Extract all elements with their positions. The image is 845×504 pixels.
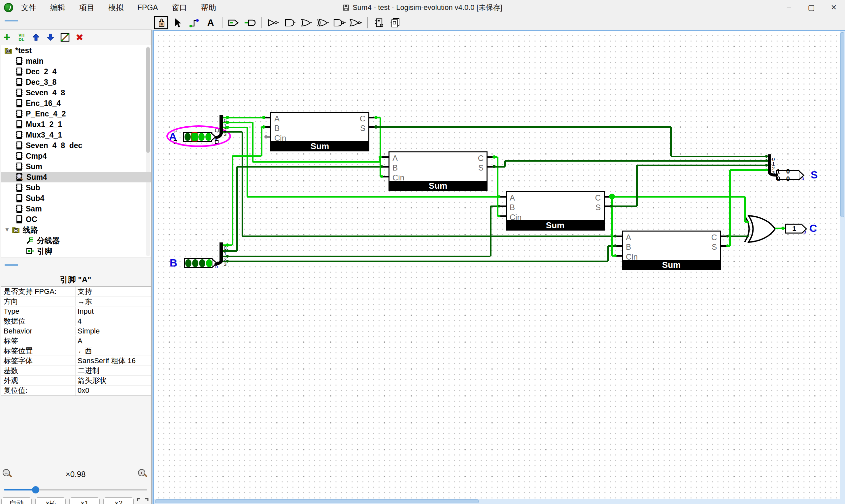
- wire-segment[interactable]: [608, 246, 609, 261]
- wire-segment[interactable]: [729, 170, 731, 246]
- vscroll-thumb[interactable]: [840, 32, 844, 217]
- poke-tool-icon[interactable]: [154, 16, 168, 29]
- splitter-s[interactable]: [768, 155, 771, 173]
- wire-segment[interactable]: [671, 156, 768, 157]
- appearance-tool-icon[interactable]: [388, 16, 403, 29]
- wire-segment[interactable]: [223, 256, 491, 257]
- menu-item[interactable]: 帮助: [198, 1, 219, 14]
- properties-tab[interactable]: [22, 262, 36, 266]
- property-row[interactable]: 标签 A: [1, 336, 151, 346]
- tree-item[interactable]: Sum4: [1, 172, 151, 182]
- splitter-b[interactable]: [219, 242, 223, 262]
- wire-segment[interactable]: [730, 169, 768, 171]
- add-vhdl-icon[interactable]: VHDL: [17, 32, 27, 43]
- wire-segment[interactable]: [636, 165, 638, 206]
- wire-segment[interactable]: [232, 155, 261, 157]
- tree-item[interactable]: ▼ 线路: [1, 224, 151, 235]
- menu-item[interactable]: 模拟: [106, 1, 126, 14]
- splitter-a[interactable]: [219, 115, 223, 134]
- hscroll-thumb[interactable]: [155, 499, 479, 503]
- wire-segment[interactable]: [261, 127, 262, 156]
- property-row[interactable]: 复位值: 0x0: [1, 385, 151, 395]
- nand-gate-tool-icon[interactable]: [332, 16, 347, 29]
- tree-item[interactable]: main: [1, 56, 151, 66]
- mode-tab[interactable]: [22, 17, 36, 21]
- move-up-icon[interactable]: [31, 32, 41, 43]
- tree-item[interactable]: Sub: [1, 182, 151, 193]
- sum-subcircuit[interactable]: A B Cin C S Sum: [270, 112, 369, 151]
- expander-icon[interactable]: ▼: [4, 227, 10, 233]
- minimize-button[interactable]: –: [778, 0, 800, 15]
- delete-icon[interactable]: ✖: [75, 32, 85, 43]
- property-row[interactable]: 标签字体 SansSerif 粗体 16: [1, 356, 151, 366]
- property-row[interactable]: 是否支持 FPGA: 支持: [1, 287, 151, 296]
- wire-segment[interactable]: [247, 127, 248, 197]
- circuit-canvas[interactable]: A B Cin C S Sum A B Cin C S Sum A: [154, 31, 840, 499]
- wire-segment[interactable]: [232, 156, 233, 245]
- sum-subcircuit[interactable]: A B Cin C S Sum: [622, 231, 721, 270]
- wire-segment[interactable]: [223, 117, 264, 119]
- tree-item[interactable]: Sub4: [1, 193, 151, 203]
- move-down-icon[interactable]: [46, 32, 55, 43]
- menu-item[interactable]: 窗口: [169, 1, 190, 14]
- tree-item[interactable]: Sam: [1, 203, 151, 214]
- wire-segment[interactable]: [242, 132, 243, 236]
- wire-segment[interactable]: [376, 126, 671, 128]
- tree-item[interactable]: Dec_3_8: [1, 77, 151, 87]
- zoom-preset-button[interactable]: ×2: [103, 498, 134, 504]
- wire-segment[interactable]: [490, 206, 492, 256]
- wire-segment[interactable]: [242, 235, 615, 237]
- tree-item[interactable]: Dec_2_4: [1, 66, 151, 77]
- menu-item[interactable]: 项目: [76, 1, 97, 14]
- and-gate-tool-icon[interactable]: [283, 16, 297, 29]
- menu-item[interactable]: FPGA: [135, 2, 161, 14]
- output-pin-tool-icon[interactable]: [243, 16, 258, 29]
- wire-segment[interactable]: [247, 196, 499, 198]
- properties-tab[interactable]: [5, 260, 18, 266]
- tree-item[interactable]: OC: [1, 214, 151, 224]
- tree-item[interactable]: 分线器: [1, 235, 151, 246]
- tree-item[interactable]: *test: [1, 45, 151, 56]
- canvas-vertical-scrollbar[interactable]: [840, 31, 845, 504]
- menu-item[interactable]: 文件: [18, 1, 39, 14]
- wire-segment[interactable]: [670, 127, 672, 156]
- wire-segment[interactable]: [504, 161, 506, 166]
- tree-item[interactable]: 引脚: [1, 246, 151, 256]
- canvas-horizontal-scrollbar[interactable]: [154, 499, 840, 504]
- binary-digit[interactable]: [185, 259, 191, 267]
- subcircuit-tool-icon[interactable]: [372, 16, 386, 29]
- edit-icon[interactable]: [60, 32, 70, 43]
- sum-subcircuit[interactable]: A B Cin C S Sum: [506, 191, 605, 231]
- zoom-in-icon[interactable]: +: [138, 469, 148, 479]
- wire-segment[interactable]: [611, 196, 745, 198]
- wire-segment[interactable]: [744, 197, 746, 222]
- property-row[interactable]: Type Input: [1, 306, 151, 316]
- xor-gate-tool-icon[interactable]: [316, 16, 330, 29]
- tree-item[interactable]: Cmp4: [1, 151, 151, 161]
- add-circuit-icon[interactable]: +: [2, 32, 12, 43]
- fit-to-window-icon[interactable]: [136, 498, 149, 504]
- tree-item[interactable]: Sum: [1, 161, 151, 172]
- tree-item[interactable]: Enc_16_4: [1, 98, 151, 109]
- not-gate-tool-icon[interactable]: [266, 16, 281, 29]
- zoom-slider[interactable]: [4, 486, 147, 493]
- zoom-out-icon[interactable]: –: [3, 469, 13, 479]
- wire-segment[interactable]: [505, 160, 768, 162]
- tree-item[interactable]: Mux3_4_1: [1, 130, 151, 140]
- wire-segment[interactable]: [236, 166, 238, 251]
- wire-segment[interactable]: [382, 156, 388, 158]
- sum-subcircuit[interactable]: A B Cin C S Sum: [388, 151, 488, 191]
- property-row[interactable]: 基数 二进制: [1, 366, 151, 376]
- text-tool-icon[interactable]: A: [203, 16, 218, 29]
- input-pin-tool-icon[interactable]: [226, 16, 241, 29]
- zoom-slider-thumb[interactable]: [32, 486, 39, 493]
- binary-digit[interactable]: [206, 259, 212, 267]
- wire-segment[interactable]: [727, 235, 749, 237]
- close-button[interactable]: ✕: [823, 0, 845, 15]
- zoom-preset-button[interactable]: ×½: [35, 498, 66, 504]
- property-row[interactable]: 数据位 4: [1, 316, 151, 326]
- wire-segment[interactable]: [223, 260, 608, 262]
- tree-item[interactable]: Seven_4_8: [1, 87, 151, 98]
- mode-tab[interactable]: [5, 16, 18, 21]
- property-row[interactable]: 外观 箭头形状: [1, 376, 151, 385]
